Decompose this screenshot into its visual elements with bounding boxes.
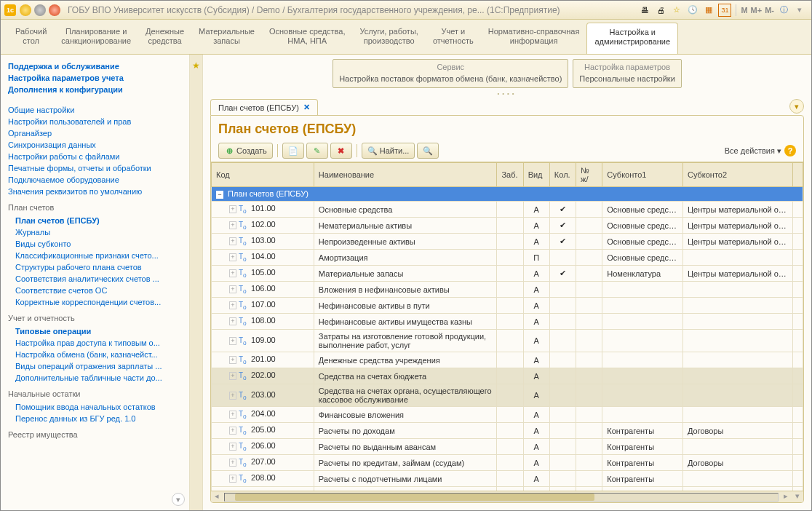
expand-icon[interactable]: + xyxy=(229,317,236,325)
grid-row[interactable]: +To 204.00Финансовые вложенияА xyxy=(212,407,803,423)
m-minus-button[interactable]: M- xyxy=(763,6,776,15)
grid-row[interactable]: +To 109.00Затраты на изготовление готово… xyxy=(212,330,803,352)
sidebar-link[interactable]: Виды субконто xyxy=(8,238,182,250)
expand-icon[interactable]: + xyxy=(229,221,236,229)
dropdown-icon[interactable]: ▾ xyxy=(793,4,806,17)
sidebar-link[interactable]: Поддержка и обслуживание xyxy=(8,60,182,72)
expand-icon[interactable]: + xyxy=(229,443,236,451)
main-tab[interactable]: Рабочийстол xyxy=(8,23,54,54)
main-tab[interactable]: Услуги, работы,производство xyxy=(353,23,426,54)
sidebar-link[interactable]: Настройка прав доступа к типовым о... xyxy=(8,337,182,349)
sidebar-link[interactable]: Общие настройки xyxy=(8,104,182,116)
sidebar-link[interactable]: Корректные корреспонденции счетов... xyxy=(8,296,182,308)
close-tab-icon[interactable]: ✕ xyxy=(303,103,310,112)
grid-header[interactable]: Субконто2 xyxy=(682,163,792,187)
sidebar-link[interactable]: Типовые операции xyxy=(8,325,182,337)
grid-header[interactable]: № ж/ xyxy=(576,163,602,187)
favorite-icon[interactable]: ☆ xyxy=(670,4,683,17)
sidebar-link[interactable]: Классификационные признаки счето... xyxy=(8,250,182,261)
content-tab[interactable]: План счетов (ЕПСБУ) ✕ xyxy=(210,99,318,115)
grid-row[interactable]: +To 107.00Нефинансовые активы в путиА xyxy=(212,298,803,314)
sidebar-link[interactable]: Помощник ввода начальных остатков xyxy=(8,401,182,413)
grid-row[interactable]: +To 104.00АмортизацияПОсновные средства xyxy=(212,250,803,266)
main-tab[interactable]: Настройка иадминистрирование xyxy=(586,23,678,54)
grid-row[interactable]: +To 106.00Вложения в нефинансовые активы… xyxy=(212,282,803,298)
panel-link[interactable]: Персональные настройки xyxy=(579,73,674,84)
grid-row[interactable]: +To 207.00Расчеты по кредитам, займам (с… xyxy=(212,455,803,471)
sidebar-link[interactable]: Настройки работы с файлами xyxy=(8,151,182,162)
calendar-icon[interactable]: 31 xyxy=(718,4,731,17)
delete-button[interactable]: ✖ xyxy=(330,143,352,159)
sidebar-link[interactable]: Структуры рабочего плана счетов xyxy=(8,261,182,273)
grid-row[interactable]: +To 208.00Расчеты с подотчетными лицамиА… xyxy=(212,471,803,487)
expand-icon[interactable]: + xyxy=(229,475,236,483)
sidebar-link[interactable]: Перенос данных из БГУ ред. 1.0 xyxy=(8,413,182,424)
expand-icon[interactable]: + xyxy=(229,459,236,467)
grid-header[interactable]: Кол. xyxy=(549,163,576,187)
expand-icon[interactable]: + xyxy=(229,411,236,419)
grid-header[interactable]: Код xyxy=(212,163,314,187)
all-actions-button[interactable]: Все действия ▾ xyxy=(725,146,781,156)
scrollbar-horizontal[interactable]: ◂ ▸ ▾ xyxy=(211,491,803,502)
collapse-icon[interactable]: ▾ xyxy=(789,99,804,114)
grid-row[interactable]: +To 202.00Средства на счетах бюджетаА xyxy=(212,368,803,384)
expand-icon[interactable]: + xyxy=(229,253,236,261)
sidebar-link[interactable]: Подключаемое оборудование xyxy=(8,174,182,186)
main-tab[interactable]: Нормативно-справочнаяинформация xyxy=(481,23,587,54)
grid-group-row[interactable]: − План счетов (ЕПСБУ) xyxy=(212,187,803,202)
grid-row[interactable]: +To 108.00Нефинансовые активы имущества … xyxy=(212,314,803,330)
sidebar-link[interactable]: Соответствие счетов ОС xyxy=(8,285,182,296)
expand-icon[interactable]: + xyxy=(229,285,236,293)
sidebar-expand-icon[interactable]: ▾ xyxy=(172,493,185,506)
expand-icon[interactable]: + xyxy=(229,269,236,277)
copy-button[interactable]: 📄 xyxy=(282,143,304,159)
sidebar-link[interactable]: Дополнения к конфигурации xyxy=(8,84,182,95)
sidebar-link[interactable]: Журналы xyxy=(8,226,182,238)
expand-icon[interactable]: + xyxy=(229,372,236,380)
sidebar-link[interactable]: Настройка обмена (банк, казначейст... xyxy=(8,349,182,360)
grid-row[interactable]: +To 203.00Средства на счетах органа, осу… xyxy=(212,384,803,407)
grid-row[interactable]: +To 103.00Непроизведенные активыА✔Основн… xyxy=(212,234,803,250)
grid-row[interactable]: +To 201.00Денежные средства учрежденияА xyxy=(212,352,803,368)
main-tab[interactable]: Учет иотчетность xyxy=(426,23,481,54)
main-tab[interactable]: Материальныезапасы xyxy=(191,23,262,54)
grid-row[interactable]: +To 205.00Расчеты по доходамАКонтрагенты… xyxy=(212,423,803,439)
grid-header[interactable]: Наименование xyxy=(314,163,497,187)
grid-row[interactable]: +To 206.00Расчеты по выданным авансамАКо… xyxy=(212,439,803,455)
sidebar-link[interactable]: Виды операций отражения зарплаты ... xyxy=(8,360,182,372)
expand-icon[interactable]: + xyxy=(229,356,236,364)
printer-icon[interactable]: 🖨 xyxy=(654,4,667,17)
favorites-strip[interactable]: ★ xyxy=(190,55,203,510)
clear-find-button[interactable]: 🔍 xyxy=(417,143,439,159)
sidebar-link[interactable]: Настройка параметров учета xyxy=(8,72,182,84)
main-tab[interactable]: Планирование исанкционирование xyxy=(54,23,138,54)
sidebar-link[interactable]: Органайзер xyxy=(8,127,182,139)
minimize-icon[interactable] xyxy=(20,4,31,16)
history-icon[interactable]: 🕓 xyxy=(686,4,699,17)
print-icon[interactable]: 🖶 xyxy=(638,4,651,17)
expand-icon[interactable]: + xyxy=(229,427,236,435)
sidebar-link[interactable]: Настройки пользователей и прав xyxy=(8,116,182,127)
grid-header[interactable]: Вид xyxy=(523,163,549,187)
info-icon[interactable]: ⓘ xyxy=(777,4,790,17)
help-icon[interactable]: ? xyxy=(784,145,796,157)
sidebar-link[interactable]: Значения реквизитов по умолчанию xyxy=(8,186,182,197)
expand-icon[interactable]: + xyxy=(229,237,236,245)
grid[interactable]: КодНаименованиеЗаб.ВидКол.№ ж/Субконто1С… xyxy=(211,162,803,491)
grid-row[interactable]: +To 102.00Нематериальные активыА✔Основны… xyxy=(212,218,803,234)
grid-header[interactable]: Субконто1 xyxy=(602,163,683,187)
close-icon[interactable] xyxy=(49,4,60,16)
create-button[interactable]: ⊕ Создать xyxy=(218,143,273,159)
grid-row[interactable]: +To 101.00Основные средстваА✔Основные ср… xyxy=(212,202,803,218)
main-tab[interactable]: Денежныесредства xyxy=(138,23,191,54)
expand-icon[interactable]: + xyxy=(229,337,236,345)
grid-header[interactable]: Заб. xyxy=(497,163,523,187)
main-tab[interactable]: Основные средства,НМА, НПА xyxy=(262,23,353,54)
expand-icon[interactable]: + xyxy=(229,392,236,400)
m-plus-button[interactable]: M+ xyxy=(749,6,764,15)
calculator-icon[interactable]: ▦ xyxy=(702,4,715,17)
expand-icon[interactable]: + xyxy=(229,205,236,213)
m-button[interactable]: M xyxy=(739,6,749,15)
sidebar-link[interactable]: Синхронизация данных xyxy=(8,139,182,151)
sidebar-link[interactable]: План счетов (ЕПСБУ) xyxy=(8,215,182,226)
